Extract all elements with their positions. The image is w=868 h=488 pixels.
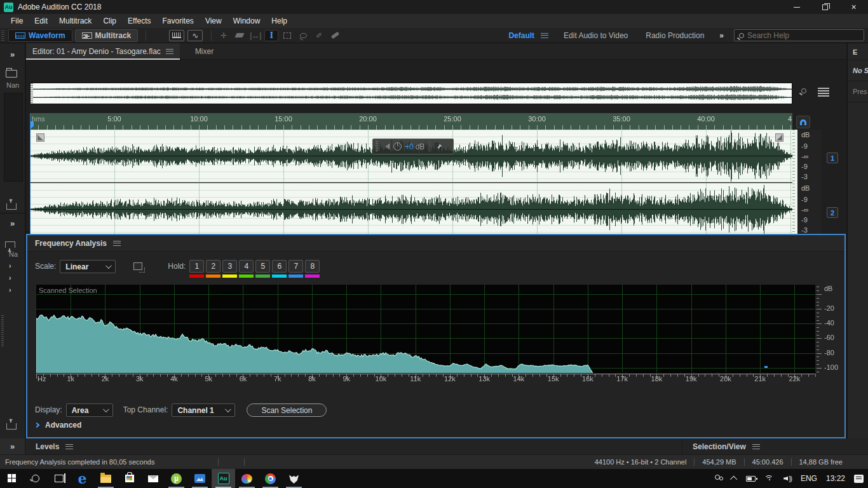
spectral-view-button[interactable]: ∿ [187, 30, 203, 41]
waveform-mode-button[interactable]: Waveform [8, 29, 72, 42]
clock[interactable]: 13:22 [822, 469, 850, 488]
utorrent-taskbar-button[interactable]: µ [165, 469, 188, 488]
restore-button[interactable] [811, 0, 839, 14]
lasso-selection-tool[interactable] [296, 30, 310, 41]
overview-trim-handle[interactable] [31, 83, 33, 104]
channel-1-badge[interactable]: 1 [827, 152, 838, 163]
menu-item-clip[interactable]: Clip [97, 15, 122, 27]
minimize-button[interactable] [782, 0, 811, 14]
edge-taskbar-button[interactable]: e [71, 469, 94, 488]
menu-item-edit[interactable]: Edit [29, 15, 53, 27]
taskbar-search-button[interactable] [24, 469, 47, 488]
mixer-tab[interactable]: Mixer [189, 43, 220, 60]
people-tray-button[interactable] [710, 469, 728, 488]
language-indicator[interactable]: ENG [796, 469, 822, 488]
frequency-graph[interactable]: Scanned Selection Hz1k2k3k4k5k6k7k8k9k10… [36, 285, 838, 385]
hold-button-1[interactable]: 1 [189, 260, 204, 278]
workspace-tab-default[interactable]: Default [499, 31, 543, 40]
frequency-panel-menu-icon[interactable] [113, 241, 121, 246]
spot-healing-tool[interactable] [328, 30, 342, 41]
photos-taskbar-button[interactable] [188, 469, 212, 488]
battery-tray-button[interactable] [742, 469, 760, 488]
workspace-menu-icon[interactable] [541, 33, 548, 38]
audition-taskbar-button[interactable]: Au [212, 469, 235, 488]
gain-hud[interactable]: +0 dB [372, 139, 454, 154]
razor-tool[interactable] [233, 30, 247, 41]
fade-out-handle[interactable] [775, 133, 783, 142]
export-tray-icon[interactable] [6, 423, 17, 430]
search-help-box[interactable] [734, 29, 864, 41]
menu-item-view[interactable]: View [200, 15, 227, 27]
right-panel-tab[interactable]: E [848, 43, 868, 60]
selection-view-panel-header[interactable]: Selection/View [682, 438, 868, 454]
menu-item-multitrack[interactable]: Multitrack [53, 15, 97, 27]
zoom-navigate-icon[interactable] [799, 86, 811, 99]
menu-item-help[interactable]: Help [266, 15, 293, 27]
hold-button-2[interactable]: 2 [206, 260, 220, 278]
hud-pin-icon[interactable] [437, 144, 442, 149]
chrome-taskbar-button[interactable] [259, 469, 282, 488]
selection-view-menu-icon[interactable] [752, 444, 760, 449]
channel-1-waveform[interactable] [30, 130, 792, 182]
folder-icon[interactable] [6, 70, 17, 78]
waveform-view-button[interactable] [169, 30, 184, 41]
hold-button-7[interactable]: 7 [288, 260, 303, 278]
scale-select[interactable]: Linear [60, 260, 116, 273]
editor-panel-menu-icon[interactable] [166, 49, 173, 54]
menu-item-effects[interactable]: Effects [122, 15, 156, 27]
timeline-ruler[interactable]: hms 5:0010:0015:0020:0025:0030:0035:0040… [30, 113, 792, 130]
time-selection-tool[interactable]: I [264, 30, 278, 41]
paint-taskbar-button[interactable] [235, 469, 259, 488]
slip-tool[interactable]: |↔| [248, 30, 262, 41]
import-tray-icon[interactable] [6, 203, 17, 210]
channel-2-badge[interactable]: 2 [827, 207, 838, 218]
fade-in-handle[interactable] [36, 133, 44, 142]
store-taskbar-button[interactable] [118, 469, 141, 488]
start-button[interactable] [0, 469, 24, 488]
levels-panel-header[interactable]: Levels [25, 438, 682, 454]
display-select[interactable]: Area [66, 403, 113, 417]
multitrack-mode-button[interactable]: Multitrack [75, 29, 139, 42]
files-panel-expand-chevron[interactable]: » [10, 50, 15, 59]
panel-resize-grip[interactable] [1, 315, 4, 347]
hold-button-6[interactable]: 6 [272, 260, 287, 278]
workspace-tab-edit-audio-to-video[interactable]: Edit Audio to Video [555, 31, 637, 40]
list-menu-icon[interactable] [818, 88, 829, 97]
top-channel-select[interactable]: Channel 1 [172, 403, 235, 417]
bottom-expand-strip[interactable]: » [0, 438, 25, 454]
tray-overflow-button[interactable] [728, 469, 742, 488]
marquee-selection-tool[interactable] [280, 30, 294, 41]
tree-expand-chevron-1[interactable]: › [9, 262, 11, 269]
hold-button-3[interactable]: 3 [222, 260, 237, 278]
task-view-button[interactable] [47, 469, 71, 488]
paintbrush-tool[interactable]: ✐ [312, 30, 326, 41]
hud-gain-value[interactable]: +0 [405, 142, 414, 151]
channel-2-waveform[interactable] [30, 183, 792, 236]
action-center-button[interactable] [850, 469, 868, 488]
lower-panel-expand-chevron[interactable]: » [10, 219, 15, 228]
antivirus-taskbar-button[interactable] [282, 469, 306, 488]
waveform-overview-strip[interactable] [30, 83, 792, 104]
volume-tray-button[interactable]: )) [779, 469, 796, 488]
menu-item-window[interactable]: Window [227, 15, 266, 27]
close-button[interactable]: × [839, 0, 868, 14]
download-tray-icon[interactable] [5, 241, 15, 248]
levels-panel-menu-icon[interactable] [65, 444, 73, 449]
search-help-input[interactable] [747, 31, 849, 40]
editor-tab[interactable]: Editor: 01 - Amy Denio - Tasogare.flac [26, 43, 180, 60]
scan-selection-button[interactable]: Scan Selection [247, 403, 327, 417]
menu-item-file[interactable]: File [5, 15, 29, 27]
mail-taskbar-button[interactable] [141, 469, 165, 488]
wifi-tray-button[interactable] [760, 469, 779, 488]
advanced-toggle[interactable]: Advanced [35, 421, 81, 430]
move-tool[interactable]: ✛ [217, 30, 231, 41]
workspace-overflow-chevron[interactable]: » [713, 31, 730, 40]
file-explorer-taskbar-button[interactable] [94, 469, 118, 488]
hold-button-4[interactable]: 4 [239, 260, 254, 278]
snap-magnet-icon[interactable] [796, 116, 810, 128]
gain-knob-icon[interactable] [393, 142, 402, 151]
snapshot-icon[interactable] [133, 262, 142, 270]
tree-expand-chevron-2[interactable]: › [9, 274, 11, 281]
hud-grip[interactable] [376, 141, 378, 152]
workspace-tab-radio-production[interactable]: Radio Production [637, 31, 713, 40]
